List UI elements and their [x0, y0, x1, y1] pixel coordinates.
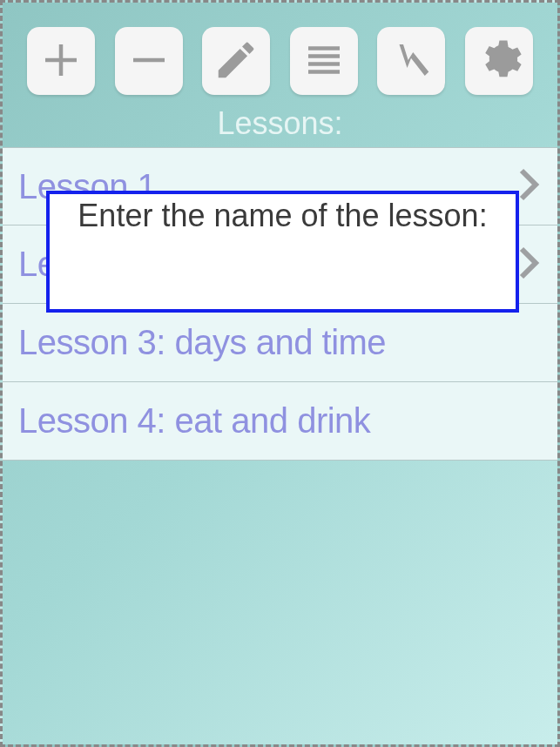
pencil-icon — [213, 37, 260, 86]
lesson-name-input[interactable] — [58, 234, 507, 286]
lesson-label: Lesson 4: eat and drink — [18, 401, 370, 441]
chevron-right-icon — [516, 164, 542, 209]
gear-icon — [476, 37, 523, 86]
add-button[interactable] — [27, 27, 95, 95]
chevron-right-icon — [516, 242, 542, 287]
section-title: Lessons: — [3, 102, 557, 147]
check-icon — [388, 37, 435, 86]
remove-button[interactable] — [115, 27, 183, 95]
plus-icon — [37, 37, 84, 86]
minus-icon — [125, 37, 172, 86]
svg-rect-1 — [308, 54, 340, 58]
dialog-title: Enter the name of the lesson: — [58, 198, 507, 234]
lesson-row[interactable]: Lesson 3: days and time — [3, 304, 557, 382]
check-button[interactable] — [377, 27, 445, 95]
lesson-label: Lesson 3: days and time — [18, 323, 386, 362]
app-screen: Lessons: Lesson 1 Lesson 2: colors Lesso… — [0, 0, 560, 747]
list-icon — [300, 37, 347, 86]
lesson-row[interactable]: Lesson 4: eat and drink — [3, 382, 557, 461]
toolbar — [11, 3, 549, 102]
svg-rect-2 — [308, 62, 340, 66]
list-button[interactable] — [290, 27, 358, 95]
svg-rect-0 — [308, 46, 340, 50]
name-dialog: Enter the name of the lesson: — [46, 191, 519, 313]
settings-button[interactable] — [465, 27, 533, 95]
svg-rect-3 — [308, 70, 340, 74]
edit-button[interactable] — [202, 27, 270, 95]
